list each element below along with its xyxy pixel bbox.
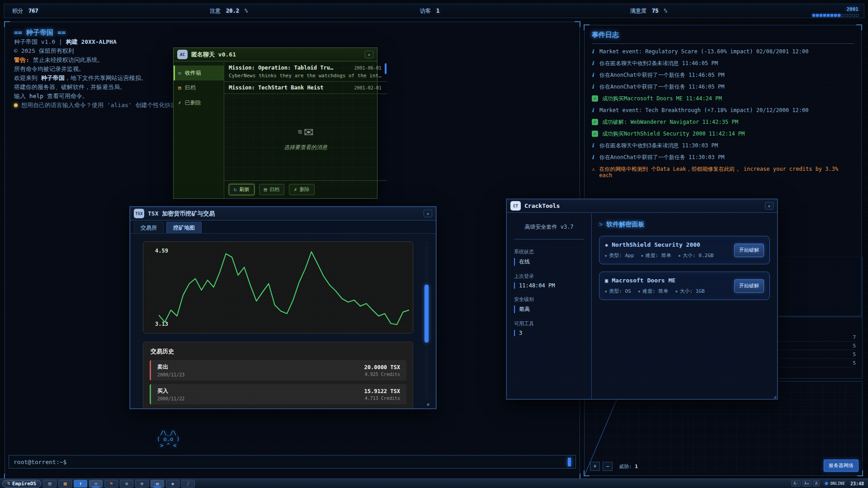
start-crack-button[interactable]: 开始破解 <box>734 279 764 293</box>
mail-subject: Mission: Operation: Tabloid Tru… <box>229 65 351 71</box>
cat-ascii-art: /\_/\ ( o.o ) > ^ < <box>157 430 180 449</box>
info-icon: i <box>592 154 595 160</box>
year-progress-square <box>845 14 848 17</box>
chevron-icon: > <box>599 221 603 228</box>
archive-button[interactable]: ▤归档 <box>259 184 285 195</box>
event-log-entry: ✓成功购买NorthShield Security 2000 11:42:14 … <box>592 131 854 137</box>
font-control-1[interactable]: A+ <box>802 480 811 487</box>
start-crack-button[interactable]: 开始破解 <box>734 244 764 257</box>
meta-text: 难度: 简单 <box>642 288 668 295</box>
browser-icon: ⊕ <box>141 481 144 486</box>
threat-counter: 威胁: 1 <box>619 463 638 470</box>
visitors-stat: 访客 1 <box>420 4 439 18</box>
mail-actions: ↻刷新▤归档✗删除 <box>224 180 387 198</box>
software-name: NorthShield Security 2000 <box>612 241 700 248</box>
event-log-entry: ✓成功购买Macrosoft Doors ME 11:44:24 PM <box>592 95 854 102</box>
taskbar-app-browser[interactable]: ⊕ <box>135 480 149 488</box>
tsx-title: TSX 加密货币挖矿与交易 <box>148 210 215 218</box>
archive-icon: ▤ <box>264 187 267 192</box>
trade-list: 卖出2000/11/2320.0000 TSX4.925 Credits买入20… <box>143 360 413 404</box>
score-label: 积分 <box>12 7 23 15</box>
cracktools-titlebar[interactable]: CT CrackTools ✕ <box>507 199 777 213</box>
year-progress-square <box>812 14 815 17</box>
bullet-icon: ● <box>605 290 607 293</box>
cracktools-app-icon: CT <box>510 201 521 211</box>
tsx-close-button[interactable]: ✕ <box>424 210 432 217</box>
sidebar-item-trash[interactable]: ✗已删除 <box>174 95 224 110</box>
tsx-scrollbar-thumb[interactable] <box>425 285 429 343</box>
resize-handle-icon[interactable]: ◢ <box>774 394 776 399</box>
button-label: 刷新 <box>240 186 250 193</box>
taskbar-app-cracktools[interactable]: ⚒ <box>89 480 103 488</box>
stat-label: 系统状态 <box>514 249 584 255</box>
event-text: 你在匿名聊天中收到2条未读消息 11:46:05 PM <box>599 60 718 66</box>
event-log-entry: ✓成功破解: WebWanderer Navigator 11:42:35 PM <box>592 119 854 125</box>
mail-list-scrollbar[interactable] <box>385 63 387 74</box>
taskbar-app-settings[interactable]: ⚙ <box>120 480 133 488</box>
terminal-input[interactable]: root@torrent:~$ <box>9 455 576 469</box>
taskbar-app-mining[interactable]: ◆ <box>166 480 179 488</box>
tab-mining-map[interactable]: 挖矿地图 <box>166 222 202 233</box>
event-log-entry: i你在AnonChat中获得了一个新任务 11:46:05 PM <box>592 84 854 90</box>
tab-exchange[interactable]: 交易所 <box>134 222 164 233</box>
anonchat-titlebar[interactable]: AC 匿名聊天 v0.61 ✕ <box>174 48 377 61</box>
stat-label: 可用工具 <box>514 320 584 327</box>
mail-item[interactable]: Mission: TechStart Bank Heist2001-02-01 <box>224 82 387 94</box>
threat-label: 威胁: <box>619 464 632 469</box>
server-network-button[interactable]: 服务器网络 <box>824 460 859 472</box>
scroll-down-icon[interactable]: ▼ <box>427 402 429 407</box>
taskbar-app-upload[interactable]: ↑ <box>74 480 87 488</box>
taskbar-app-store[interactable]: ▤ <box>43 480 57 488</box>
trade-side: 买入 <box>157 387 184 395</box>
anonchat-body: ✉收件箱▤归档✗已删除 Mission: Operation: Tabloid … <box>174 62 377 198</box>
stat-label: 安全级别 <box>514 296 584 303</box>
event-text: 你在AnonChat中获得了一个新任务 11:46:05 PM <box>599 84 725 90</box>
marketing-icon: ⚑ <box>110 481 113 486</box>
tsx-scrollbar[interactable] <box>425 241 429 399</box>
stat-value: 最高 <box>514 305 584 313</box>
font-control-2[interactable]: A <box>813 480 820 487</box>
stats-value: 5 <box>853 352 856 357</box>
refresh-button[interactable]: ↻刷新 <box>229 184 255 195</box>
event-log-entry: iMarket event: Regulatory Scare (-13.60%… <box>592 48 854 55</box>
suite-name: 高级安全套件 v3.7 <box>514 223 584 239</box>
tsx-app-icon: TSX <box>134 209 144 218</box>
year-progress-square <box>852 14 855 17</box>
check-icon: ✓ <box>592 119 598 125</box>
taskbar-app-chat[interactable]: ✉ <box>151 480 164 488</box>
sidebar-item-inbox[interactable]: ✉收件箱 <box>174 66 224 80</box>
cracktools-close-button[interactable]: ✕ <box>765 202 774 210</box>
cracktools-icon: ⚒ <box>94 481 98 486</box>
button-label: 归档 <box>269 186 279 193</box>
empty-message-hint: 选择要查看的消息 <box>284 144 327 151</box>
corner-accent <box>4 21 10 27</box>
tsx-titlebar[interactable]: TSX TSX 加密货币挖矿与交易 ✕ <box>130 207 436 221</box>
event-text: 成功购买Macrosoft Doors ME 11:44:24 PM <box>602 95 722 102</box>
meta-item: ●难度: 简单 <box>638 288 668 295</box>
event-text: 成功破解: WebWanderer Navigator 11:42:35 PM <box>602 119 738 125</box>
font-control-0[interactable]: A- <box>791 480 801 487</box>
zoom-in-button[interactable]: + <box>590 462 600 471</box>
sidebar-item-archive[interactable]: ▤归档 <box>174 80 224 95</box>
delete-button[interactable]: ✗删除 <box>289 184 315 195</box>
attention-stat: 注意 20.2 % <box>210 4 248 18</box>
system-stat: 可用工具3 <box>514 320 584 336</box>
taskbar-app-packages[interactable]: ▦ <box>58 480 72 488</box>
stat-value: 在线 <box>514 258 584 266</box>
mail-item[interactable]: Mission: Operation: Tabloid Tru…2001-06-… <box>224 62 387 82</box>
mail-subject: Mission: TechStart Bank Heist <box>229 84 351 91</box>
anonchat-close-button[interactable]: ✕ <box>365 51 373 58</box>
taskbar-app-music[interactable]: ♪ <box>181 480 195 488</box>
event-log-entry: i你在AnonChat中获得了一个新任务 11:30:03 PM <box>592 154 854 160</box>
store-icon: ▤ <box>48 481 52 486</box>
stats-value: 7 <box>853 334 856 340</box>
system-stats: 系统状态在线上次登录11:48:04 PM安全级别最高可用工具3 <box>514 249 584 336</box>
year-value: 2001 <box>812 6 859 12</box>
os-start-button[interactable]: ↯ EmpireOS <box>2 480 41 488</box>
trade-date: 2000/11/23 <box>157 372 184 377</box>
software-name: Macrosoft Doors ME <box>612 277 675 284</box>
taskbar-app-marketing[interactable]: ⚑ <box>104 480 118 488</box>
zoom-out-button[interactable]: − <box>603 462 613 471</box>
warning-icon: ⚠ <box>592 166 595 172</box>
year-progress-square <box>816 14 819 17</box>
